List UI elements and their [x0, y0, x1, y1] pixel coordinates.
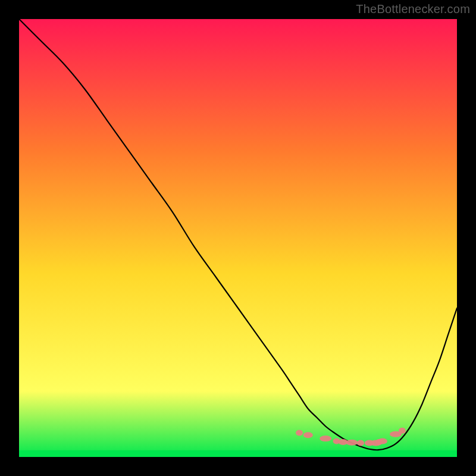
green-band [19, 450, 457, 457]
chart-frame: TheBottlenecker.com [0, 0, 476, 476]
plot-area [19, 19, 457, 457]
bottleneck-chart [19, 19, 457, 457]
marker-dot [378, 439, 387, 444]
marker-dot [357, 440, 364, 446]
marker-dot [399, 428, 406, 434]
marker-dot [303, 432, 313, 438]
marker-dot [346, 440, 358, 446]
gradient-background [19, 19, 457, 457]
watermark-label: TheBottlenecker.com [356, 2, 470, 16]
marker-dot [320, 436, 331, 441]
marker-dot [296, 430, 303, 436]
